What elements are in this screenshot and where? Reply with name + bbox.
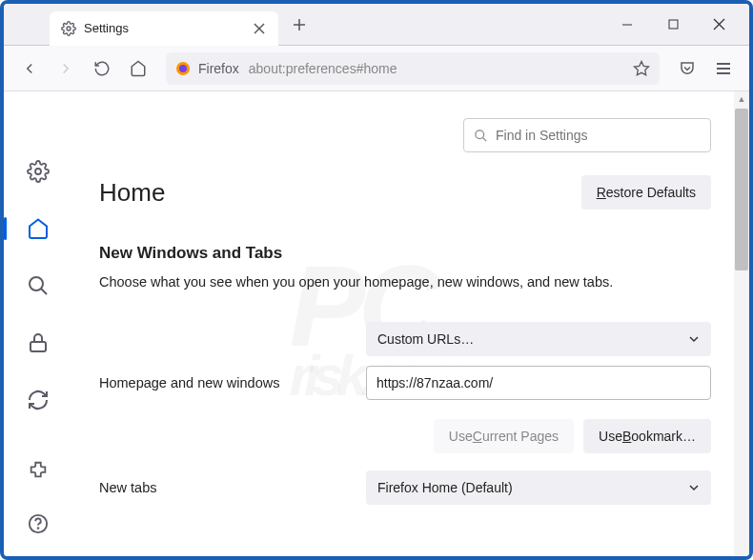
svg-point-21	[476, 130, 484, 138]
dropdown-value: Custom URLs…	[377, 331, 474, 347]
scrollbar[interactable]: ▲	[734, 91, 749, 556]
search-input[interactable]	[496, 128, 701, 143]
identity-label: Firefox	[198, 61, 239, 76]
sidebar-item-sync[interactable]	[25, 387, 51, 413]
minimize-button[interactable]	[608, 10, 646, 40]
newtabs-label: New tabs	[99, 480, 366, 495]
close-icon[interactable]	[252, 21, 267, 36]
homepage-url-input[interactable]	[366, 366, 711, 400]
sidebar-item-privacy[interactable]	[25, 330, 51, 356]
svg-point-10	[179, 65, 187, 72]
newtabs-dropdown[interactable]: Firefox Home (Default)	[366, 470, 711, 505]
forward-button[interactable]	[50, 52, 82, 85]
maximize-button[interactable]	[654, 10, 692, 40]
back-button[interactable]	[13, 52, 46, 85]
window-controls	[608, 10, 738, 40]
firefox-icon	[175, 61, 191, 76]
new-tab-button[interactable]	[286, 11, 313, 38]
gear-icon	[61, 21, 76, 36]
close-window-button[interactable]	[700, 10, 738, 40]
chevron-down-icon	[688, 482, 700, 493]
page-title: Home	[99, 178, 165, 208]
svg-point-20	[38, 528, 39, 529]
search-icon	[474, 129, 488, 143]
dropdown-value: Firefox Home (Default)	[377, 480, 513, 495]
svg-line-17	[41, 289, 47, 294]
svg-marker-11	[635, 61, 649, 74]
sidebar-item-extensions[interactable]	[25, 457, 51, 484]
url-bar[interactable]: Firefox about:preferences#home	[166, 52, 660, 85]
chevron-down-icon	[688, 333, 700, 345]
settings-search[interactable]	[463, 118, 711, 152]
section-title: New Windows and Tabs	[99, 244, 711, 263]
home-button[interactable]	[122, 52, 154, 85]
browser-tab[interactable]: Settings	[50, 11, 278, 46]
reload-button[interactable]	[86, 52, 118, 85]
use-bookmark-button[interactable]: Use Bookmark…	[583, 419, 711, 453]
restore-defaults-button[interactable]: Restore Defaults	[581, 175, 711, 210]
content: PCrisk.com Home Restore Defaults New Win…	[4, 91, 749, 556]
use-current-pages-button[interactable]: Use Current Pages	[434, 419, 574, 453]
scroll-up-icon[interactable]: ▲	[734, 91, 749, 107]
identity-box[interactable]: Firefox	[175, 61, 239, 76]
svg-point-15	[35, 169, 41, 174]
bookmark-star-icon[interactable]	[633, 60, 650, 77]
tab-title: Settings	[84, 21, 244, 35]
svg-rect-18	[31, 342, 46, 351]
scroll-thumb[interactable]	[735, 109, 748, 270]
sidebar-item-home[interactable]	[25, 215, 51, 242]
settings-sidebar	[4, 91, 72, 556]
toolbar: Firefox about:preferences#home	[4, 46, 749, 91]
svg-point-16	[30, 277, 43, 290]
pocket-button[interactable]	[671, 52, 703, 85]
section-description: Choose what you see when you open your h…	[99, 272, 711, 293]
app-menu-button[interactable]	[707, 52, 740, 85]
homepage-mode-dropdown[interactable]: Custom URLs…	[366, 322, 711, 356]
homepage-label: Homepage and new windows	[99, 375, 366, 390]
url-text: about:preferences#home	[249, 61, 397, 76]
settings-main: Home Restore Defaults New Windows and Ta…	[72, 91, 749, 556]
sidebar-item-help[interactable]	[25, 510, 51, 537]
sidebar-item-general[interactable]	[25, 158, 51, 185]
titlebar: Settings	[4, 4, 749, 46]
svg-line-22	[482, 137, 486, 141]
sidebar-item-search[interactable]	[25, 272, 51, 299]
svg-point-0	[67, 27, 71, 30]
svg-rect-6	[669, 20, 678, 29]
